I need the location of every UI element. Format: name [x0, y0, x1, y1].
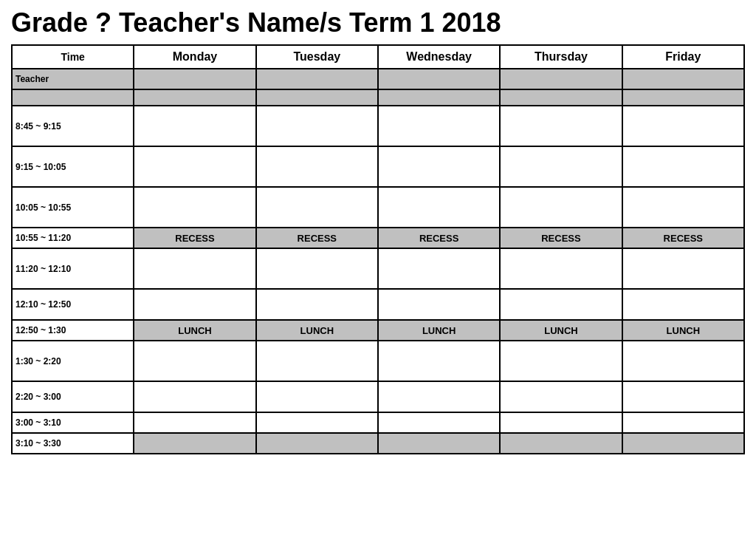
schedule-cell[interactable]: LUNCH — [256, 320, 378, 341]
schedule-cell[interactable] — [378, 146, 500, 187]
schedule-cell[interactable] — [256, 187, 378, 228]
schedule-cell[interactable] — [622, 248, 744, 289]
schedule-cell[interactable] — [256, 381, 378, 412]
schedule-cell[interactable]: LUNCH — [500, 320, 622, 341]
col-monday: Monday — [134, 45, 255, 69]
time-cell: 8:45 ~ 9:15 — [12, 106, 134, 146]
schedule-cell[interactable] — [134, 433, 255, 454]
time-cell: 10:55 ~ 11:20 — [12, 228, 134, 248]
table-row: 12:10 ~ 12:50 — [12, 289, 744, 320]
table-row: 9:15 ~ 10:05 — [12, 146, 744, 187]
schedule-cell[interactable] — [378, 433, 500, 454]
schedule-cell[interactable] — [622, 69, 744, 89]
schedule-cell[interactable] — [134, 341, 255, 381]
schedule-cell[interactable] — [500, 187, 622, 228]
col-wednesday: Wednesday — [378, 45, 500, 69]
schedule-cell[interactable] — [622, 289, 744, 320]
schedule-cell[interactable] — [500, 433, 622, 454]
schedule-cell[interactable] — [622, 146, 744, 187]
schedule-cell[interactable] — [134, 412, 255, 433]
table-row: 10:05 ~ 10:55 — [12, 187, 744, 228]
schedule-cell[interactable] — [256, 248, 378, 289]
schedule-cell[interactable] — [500, 89, 622, 106]
schedule-cell[interactable] — [500, 106, 622, 146]
table-row: Teacher — [12, 69, 744, 89]
schedule-cell[interactable] — [134, 187, 255, 228]
schedule-cell[interactable]: LUNCH — [622, 320, 744, 341]
schedule-cell[interactable] — [500, 341, 622, 381]
schedule-cell[interactable] — [256, 69, 378, 89]
time-cell: 3:00 ~ 3:10 — [12, 412, 134, 433]
table-row: 3:00 ~ 3:10 — [12, 412, 744, 433]
schedule-cell[interactable]: LUNCH — [378, 320, 500, 341]
time-cell: 12:10 ~ 12:50 — [12, 289, 134, 320]
schedule-cell[interactable] — [256, 433, 378, 454]
schedule-cell[interactable] — [256, 289, 378, 320]
schedule-cell[interactable] — [378, 89, 500, 106]
schedule-cell[interactable] — [500, 289, 622, 320]
schedule-cell[interactable] — [378, 289, 500, 320]
schedule-cell[interactable] — [622, 433, 744, 454]
schedule-cell[interactable] — [622, 89, 744, 106]
table-row: 11:20 ~ 12:10 — [12, 248, 744, 289]
schedule-cell[interactable]: RECESS — [256, 228, 378, 248]
schedule-cell[interactable] — [256, 146, 378, 187]
schedule-cell[interactable]: RECESS — [500, 228, 622, 248]
schedule-cell[interactable] — [500, 248, 622, 289]
schedule-cell[interactable] — [500, 412, 622, 433]
table-row: 1:30 ~ 2:20 — [12, 341, 744, 381]
time-cell: 9:15 ~ 10:05 — [12, 146, 134, 187]
schedule-cell[interactable]: LUNCH — [134, 320, 255, 341]
schedule-cell[interactable] — [134, 69, 255, 89]
time-cell: 10:05 ~ 10:55 — [12, 187, 134, 228]
schedule-cell[interactable] — [134, 146, 255, 187]
schedule-cell[interactable] — [378, 106, 500, 146]
schedule-cell[interactable] — [378, 341, 500, 381]
schedule-cell[interactable] — [134, 89, 255, 106]
time-cell — [12, 89, 134, 106]
schedule-cell[interactable] — [134, 289, 255, 320]
schedule-cell[interactable] — [622, 187, 744, 228]
time-cell: 3:10 ~ 3:30 — [12, 433, 134, 454]
time-cell: 1:30 ~ 2:20 — [12, 341, 134, 381]
time-cell: 11:20 ~ 12:10 — [12, 248, 134, 289]
schedule-cell[interactable] — [256, 412, 378, 433]
schedule-cell[interactable] — [622, 341, 744, 381]
col-tuesday: Tuesday — [256, 45, 378, 69]
schedule-cell[interactable]: RECESS — [378, 228, 500, 248]
schedule-cell[interactable] — [378, 381, 500, 412]
time-cell: 12:50 ~ 1:30 — [12, 320, 134, 341]
header-row: Time Monday Tuesday Wednesday Thursday F… — [12, 45, 744, 69]
col-thursday: Thursday — [500, 45, 622, 69]
table-row — [12, 89, 744, 106]
table-row: 10:55 ~ 11:20RECESSRECESSRECESSRECESSREC… — [12, 228, 744, 248]
schedule-table: Time Monday Tuesday Wednesday Thursday F… — [11, 44, 745, 454]
col-time: Time — [12, 45, 134, 69]
schedule-cell[interactable] — [378, 69, 500, 89]
schedule-cell[interactable] — [134, 106, 255, 146]
schedule-cell[interactable] — [256, 89, 378, 106]
schedule-cell[interactable] — [378, 412, 500, 433]
table-row: 12:50 ~ 1:30LUNCHLUNCHLUNCHLUNCHLUNCH — [12, 320, 744, 341]
schedule-cell[interactable]: RECESS — [622, 228, 744, 248]
page-title: Grade ? Teacher's Name/s Term 1 2018 — [11, 7, 745, 38]
table-row: 2:20 ~ 3:00 — [12, 381, 744, 412]
table-row: 3:10 ~ 3:30 — [12, 433, 744, 454]
schedule-cell[interactable] — [134, 248, 255, 289]
schedule-cell[interactable] — [378, 248, 500, 289]
schedule-cell[interactable] — [500, 146, 622, 187]
schedule-cell[interactable] — [500, 69, 622, 89]
schedule-cell[interactable] — [500, 381, 622, 412]
schedule-cell[interactable] — [622, 412, 744, 433]
schedule-cell[interactable] — [256, 106, 378, 146]
table-row: 8:45 ~ 9:15 — [12, 106, 744, 146]
time-cell: 2:20 ~ 3:00 — [12, 381, 134, 412]
schedule-cell[interactable] — [134, 381, 255, 412]
time-cell: Teacher — [12, 69, 134, 89]
schedule-cell[interactable] — [622, 106, 744, 146]
schedule-cell[interactable]: RECESS — [134, 228, 255, 248]
schedule-cell[interactable] — [378, 187, 500, 228]
col-friday: Friday — [622, 45, 744, 69]
schedule-cell[interactable] — [256, 341, 378, 381]
schedule-cell[interactable] — [622, 381, 744, 412]
